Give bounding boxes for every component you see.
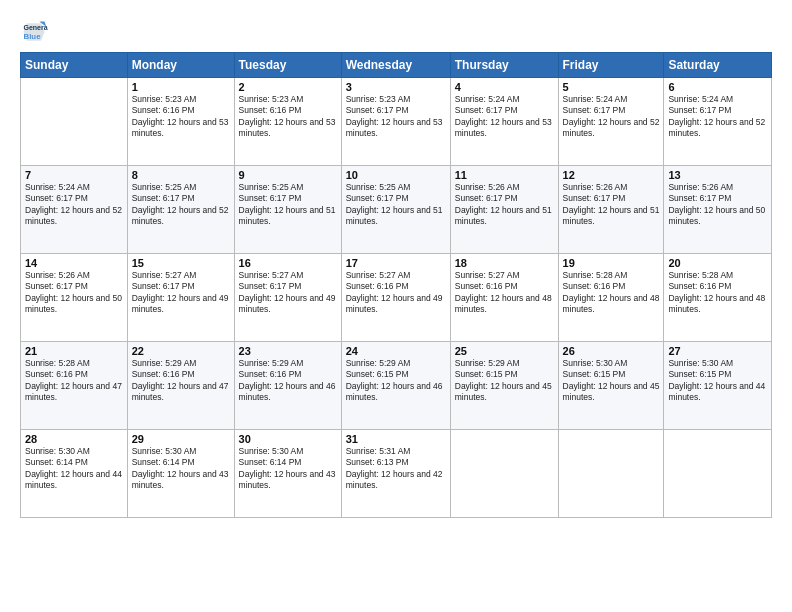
day-number: 6	[668, 81, 767, 93]
day-number: 9	[239, 169, 337, 181]
day-number: 2	[239, 81, 337, 93]
day-info: Sunrise: 5:27 AMSunset: 6:17 PMDaylight:…	[239, 270, 337, 316]
day-number: 17	[346, 257, 446, 269]
weekday-header-row: SundayMondayTuesdayWednesdayThursdayFrid…	[21, 53, 772, 78]
day-info: Sunrise: 5:30 AMSunset: 6:14 PMDaylight:…	[132, 446, 230, 492]
day-info: Sunrise: 5:31 AMSunset: 6:13 PMDaylight:…	[346, 446, 446, 492]
day-number: 29	[132, 433, 230, 445]
day-number: 24	[346, 345, 446, 357]
day-number: 31	[346, 433, 446, 445]
day-info: Sunrise: 5:24 AMSunset: 6:17 PMDaylight:…	[455, 94, 554, 140]
calendar-cell: 30Sunrise: 5:30 AMSunset: 6:14 PMDayligh…	[234, 430, 341, 518]
day-number: 30	[239, 433, 337, 445]
page: General Blue SundayMondayTuesdayWednesda…	[0, 0, 792, 612]
calendar-cell: 1Sunrise: 5:23 AMSunset: 6:16 PMDaylight…	[127, 78, 234, 166]
day-info: Sunrise: 5:25 AMSunset: 6:17 PMDaylight:…	[132, 182, 230, 228]
day-info: Sunrise: 5:23 AMSunset: 6:16 PMDaylight:…	[239, 94, 337, 140]
day-number: 16	[239, 257, 337, 269]
day-number: 8	[132, 169, 230, 181]
calendar-cell	[450, 430, 558, 518]
logo-icon: General Blue	[20, 18, 48, 46]
day-info: Sunrise: 5:23 AMSunset: 6:16 PMDaylight:…	[132, 94, 230, 140]
day-number: 22	[132, 345, 230, 357]
calendar-cell: 21Sunrise: 5:28 AMSunset: 6:16 PMDayligh…	[21, 342, 128, 430]
day-number: 5	[563, 81, 660, 93]
calendar-cell	[664, 430, 772, 518]
day-number: 11	[455, 169, 554, 181]
day-info: Sunrise: 5:27 AMSunset: 6:17 PMDaylight:…	[132, 270, 230, 316]
logo: General Blue	[20, 18, 52, 46]
calendar-cell: 12Sunrise: 5:26 AMSunset: 6:17 PMDayligh…	[558, 166, 664, 254]
calendar-cell: 9Sunrise: 5:25 AMSunset: 6:17 PMDaylight…	[234, 166, 341, 254]
day-number: 4	[455, 81, 554, 93]
day-number: 10	[346, 169, 446, 181]
day-info: Sunrise: 5:28 AMSunset: 6:16 PMDaylight:…	[25, 358, 123, 404]
day-info: Sunrise: 5:24 AMSunset: 6:17 PMDaylight:…	[668, 94, 767, 140]
week-row-5: 28Sunrise: 5:30 AMSunset: 6:14 PMDayligh…	[21, 430, 772, 518]
calendar-cell: 31Sunrise: 5:31 AMSunset: 6:13 PMDayligh…	[341, 430, 450, 518]
calendar-cell: 20Sunrise: 5:28 AMSunset: 6:16 PMDayligh…	[664, 254, 772, 342]
day-info: Sunrise: 5:29 AMSunset: 6:16 PMDaylight:…	[239, 358, 337, 404]
calendar-cell: 16Sunrise: 5:27 AMSunset: 6:17 PMDayligh…	[234, 254, 341, 342]
calendar-cell: 17Sunrise: 5:27 AMSunset: 6:16 PMDayligh…	[341, 254, 450, 342]
calendar-cell: 10Sunrise: 5:25 AMSunset: 6:17 PMDayligh…	[341, 166, 450, 254]
calendar-cell: 29Sunrise: 5:30 AMSunset: 6:14 PMDayligh…	[127, 430, 234, 518]
day-number: 14	[25, 257, 123, 269]
header: General Blue	[20, 18, 772, 46]
day-number: 13	[668, 169, 767, 181]
day-info: Sunrise: 5:29 AMSunset: 6:16 PMDaylight:…	[132, 358, 230, 404]
day-info: Sunrise: 5:27 AMSunset: 6:16 PMDaylight:…	[346, 270, 446, 316]
day-info: Sunrise: 5:30 AMSunset: 6:15 PMDaylight:…	[668, 358, 767, 404]
day-number: 1	[132, 81, 230, 93]
day-number: 18	[455, 257, 554, 269]
weekday-header-monday: Monday	[127, 53, 234, 78]
calendar-cell	[21, 78, 128, 166]
day-info: Sunrise: 5:24 AMSunset: 6:17 PMDaylight:…	[25, 182, 123, 228]
calendar-cell: 3Sunrise: 5:23 AMSunset: 6:17 PMDaylight…	[341, 78, 450, 166]
weekday-header-thursday: Thursday	[450, 53, 558, 78]
calendar-cell: 7Sunrise: 5:24 AMSunset: 6:17 PMDaylight…	[21, 166, 128, 254]
calendar-cell: 14Sunrise: 5:26 AMSunset: 6:17 PMDayligh…	[21, 254, 128, 342]
calendar-cell	[558, 430, 664, 518]
day-number: 3	[346, 81, 446, 93]
day-number: 7	[25, 169, 123, 181]
day-number: 23	[239, 345, 337, 357]
calendar-cell: 22Sunrise: 5:29 AMSunset: 6:16 PMDayligh…	[127, 342, 234, 430]
day-info: Sunrise: 5:25 AMSunset: 6:17 PMDaylight:…	[239, 182, 337, 228]
day-info: Sunrise: 5:28 AMSunset: 6:16 PMDaylight:…	[668, 270, 767, 316]
calendar-cell: 23Sunrise: 5:29 AMSunset: 6:16 PMDayligh…	[234, 342, 341, 430]
calendar-cell: 2Sunrise: 5:23 AMSunset: 6:16 PMDaylight…	[234, 78, 341, 166]
week-row-3: 14Sunrise: 5:26 AMSunset: 6:17 PMDayligh…	[21, 254, 772, 342]
day-number: 20	[668, 257, 767, 269]
calendar-cell: 24Sunrise: 5:29 AMSunset: 6:15 PMDayligh…	[341, 342, 450, 430]
day-info: Sunrise: 5:29 AMSunset: 6:15 PMDaylight:…	[346, 358, 446, 404]
day-number: 19	[563, 257, 660, 269]
week-row-1: 1Sunrise: 5:23 AMSunset: 6:16 PMDaylight…	[21, 78, 772, 166]
calendar-cell: 11Sunrise: 5:26 AMSunset: 6:17 PMDayligh…	[450, 166, 558, 254]
day-info: Sunrise: 5:29 AMSunset: 6:15 PMDaylight:…	[455, 358, 554, 404]
calendar-cell: 19Sunrise: 5:28 AMSunset: 6:16 PMDayligh…	[558, 254, 664, 342]
day-info: Sunrise: 5:24 AMSunset: 6:17 PMDaylight:…	[563, 94, 660, 140]
calendar-cell: 25Sunrise: 5:29 AMSunset: 6:15 PMDayligh…	[450, 342, 558, 430]
day-info: Sunrise: 5:23 AMSunset: 6:17 PMDaylight:…	[346, 94, 446, 140]
day-info: Sunrise: 5:30 AMSunset: 6:14 PMDaylight:…	[25, 446, 123, 492]
day-number: 12	[563, 169, 660, 181]
weekday-header-wednesday: Wednesday	[341, 53, 450, 78]
day-info: Sunrise: 5:25 AMSunset: 6:17 PMDaylight:…	[346, 182, 446, 228]
day-info: Sunrise: 5:26 AMSunset: 6:17 PMDaylight:…	[25, 270, 123, 316]
calendar-table: SundayMondayTuesdayWednesdayThursdayFrid…	[20, 52, 772, 518]
calendar-cell: 28Sunrise: 5:30 AMSunset: 6:14 PMDayligh…	[21, 430, 128, 518]
weekday-header-tuesday: Tuesday	[234, 53, 341, 78]
calendar-cell: 18Sunrise: 5:27 AMSunset: 6:16 PMDayligh…	[450, 254, 558, 342]
day-number: 15	[132, 257, 230, 269]
day-info: Sunrise: 5:26 AMSunset: 6:17 PMDaylight:…	[455, 182, 554, 228]
weekday-header-sunday: Sunday	[21, 53, 128, 78]
calendar-cell: 15Sunrise: 5:27 AMSunset: 6:17 PMDayligh…	[127, 254, 234, 342]
day-number: 27	[668, 345, 767, 357]
day-info: Sunrise: 5:26 AMSunset: 6:17 PMDaylight:…	[563, 182, 660, 228]
week-row-2: 7Sunrise: 5:24 AMSunset: 6:17 PMDaylight…	[21, 166, 772, 254]
day-number: 28	[25, 433, 123, 445]
calendar-cell: 26Sunrise: 5:30 AMSunset: 6:15 PMDayligh…	[558, 342, 664, 430]
day-info: Sunrise: 5:26 AMSunset: 6:17 PMDaylight:…	[668, 182, 767, 228]
calendar-cell: 5Sunrise: 5:24 AMSunset: 6:17 PMDaylight…	[558, 78, 664, 166]
